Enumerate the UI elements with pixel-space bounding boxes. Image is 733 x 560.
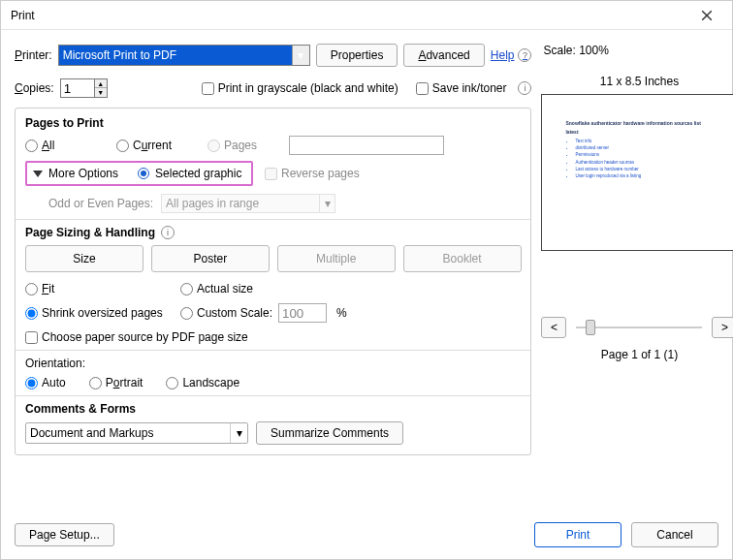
multiple-tab: Multiple [277,245,396,272]
printer-select[interactable]: Microsoft Print to PDF ▾ [58,45,310,66]
help-link[interactable]: Help ? [491,48,532,62]
custom-scale-radio[interactable]: Custom Scale: [180,306,272,320]
paper-size-label: 11 x 8.5 Inches [541,75,733,88]
close-icon [701,10,713,21]
percent-label: % [336,306,347,320]
printer-label: Printer: [15,48,52,62]
close-button[interactable] [687,2,726,29]
custom-scale-input[interactable] [278,303,327,323]
orientation-portrait-radio[interactable]: Portrait [89,376,143,389]
pages-all-radio[interactable]: All [25,139,112,152]
poster-tab[interactable]: Poster [151,245,270,272]
pages-range-radio[interactable]: Pages [207,139,285,152]
cancel-button[interactable]: Cancel [631,522,718,547]
preview-next-button[interactable]: > [712,317,733,338]
shrink-radio[interactable]: Shrink oversized pages [25,303,180,323]
preview-prev-button[interactable]: < [541,317,566,338]
selected-graphic-radio[interactable]: Selected graphic [138,167,241,180]
chevron-down-icon: ▾ [230,423,247,443]
reverse-pages-checkbox[interactable]: Reverse pages [265,167,360,180]
properties-button[interactable]: Properties [316,44,398,67]
chevron-down-icon: ▾ [319,195,335,212]
orientation-landscape-radio[interactable]: Landscape [166,376,239,389]
orientation-auto-radio[interactable]: Auto [25,376,66,389]
spin-down-icon[interactable]: ▼ [95,88,107,97]
help-icon: ? [518,48,531,62]
scale-label: Scale: 100% [543,44,733,57]
choose-paper-checkbox[interactable]: Choose paper source by PDF page size [25,330,521,344]
slider-thumb[interactable] [586,320,595,335]
chevron-down-icon: ▾ [292,46,309,65]
spin-up-icon[interactable]: ▲ [95,79,107,88]
page-setup-button[interactable]: Page Setup... [15,523,114,546]
advanced-button[interactable]: Advanced [403,44,484,67]
odd-even-label: Odd or Even Pages: [48,197,153,210]
more-options-toggle[interactable]: More Options [33,167,118,180]
triangle-down-icon [33,171,43,177]
preview-slider[interactable] [576,317,702,338]
size-tab[interactable]: Size [25,245,143,272]
pages-range-input[interactable] [289,136,444,155]
grayscale-checkbox[interactable]: Print in grayscale (black and white) [202,81,398,95]
info-icon[interactable]: i [518,81,531,95]
sizing-title: Page Sizing & Handling [25,226,155,239]
more-options-highlight: More Options Selected graphic [25,161,253,186]
booklet-tab: Booklet [403,245,522,272]
comments-select[interactable]: Document and Markups ▾ [25,422,248,444]
actual-size-radio[interactable]: Actual size [180,282,521,296]
fit-radio[interactable]: Fit [25,282,180,296]
pages-current-radio[interactable]: Current [116,139,204,152]
comments-title: Comments & Forms [25,402,521,416]
orientation-title: Orientation: [25,357,521,370]
save-ink-checkbox[interactable]: Save ink/toner [416,81,507,95]
copies-label: Copies: [15,81,54,95]
print-button[interactable]: Print [534,522,621,547]
info-icon[interactable]: i [161,226,175,239]
pages-to-print-title: Pages to Print [25,116,521,130]
print-preview: Snowflake authenticator hardware informa… [541,94,733,251]
summarize-comments-button[interactable]: Summarize Comments [256,421,403,445]
copies-input[interactable] [60,78,95,98]
printer-value: Microsoft Print to PDF [63,48,176,62]
odd-even-select: All pages in range ▾ [161,194,335,213]
dialog-title: Print [11,9,687,22]
page-info-label: Page 1 of 1 (1) [541,348,733,361]
copies-spinner[interactable]: ▲ ▼ [60,78,108,98]
